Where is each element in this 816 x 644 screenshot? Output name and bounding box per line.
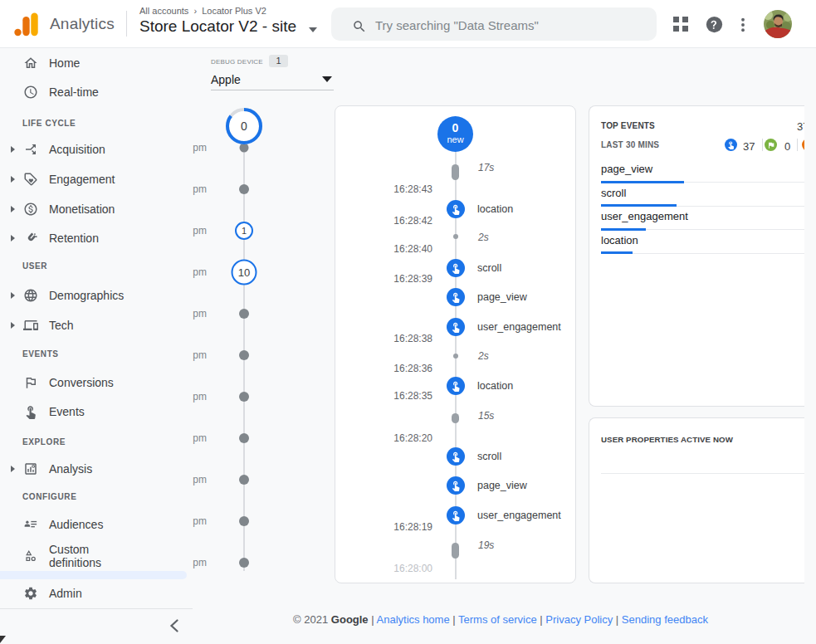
svg-text:0: 0 [241, 120, 247, 133]
